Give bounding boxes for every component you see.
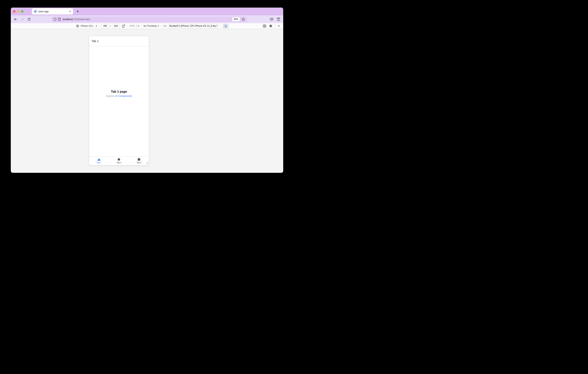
ui-components-link[interactable]: UI Components <box>115 95 132 97</box>
bookmark-star-icon[interactable] <box>242 18 245 21</box>
reload-button[interactable] <box>26 16 32 22</box>
toolbar-divider <box>141 23 142 29</box>
page-info-icon[interactable] <box>58 18 61 21</box>
square-icon <box>138 158 140 161</box>
back-button[interactable] <box>13 16 18 22</box>
close-window-button[interactable] <box>13 10 16 13</box>
rotate-viewport-button[interactable] <box>122 24 125 28</box>
url-host: localhost <box>63 18 73 21</box>
touch-hand-icon <box>224 24 227 28</box>
browser-window: Ionic App × + localh <box>11 8 283 173</box>
tab-bar-item-tab1[interactable]: Tab 1 <box>89 157 109 165</box>
app-header-title: Tab 1 <box>92 39 99 43</box>
window-titlebar: Ionic App × + <box>11 8 283 15</box>
device-viewport: Tab 1 Tab 1 page Explore UI Components T… <box>89 36 149 165</box>
user-agent-label: UA: <box>163 25 167 27</box>
maximize-window-button[interactable] <box>21 10 23 13</box>
camera-icon <box>263 24 266 28</box>
circle-icon <box>118 158 120 161</box>
triangle-icon <box>98 158 101 161</box>
hamburger-menu-icon <box>277 18 280 21</box>
navigation-toolbar: localhost:4200/tabs/tab1 80% <box>11 15 283 23</box>
device-type-icon <box>76 25 79 27</box>
minimize-window-button[interactable] <box>17 10 20 13</box>
forward-arrow-icon <box>21 17 24 21</box>
viewport-height-input[interactable] <box>112 24 120 28</box>
responsive-design-toolbar: iPhone 12/1... × DPR: 3 No Throttling UA… <box>11 23 283 29</box>
pocket-icon <box>270 18 273 21</box>
navbar-right-cluster <box>269 16 281 22</box>
zoom-level-badge[interactable]: 80% <box>232 17 240 21</box>
dpr-selector[interactable]: DPR: 3 <box>130 25 137 27</box>
throttling-stepper-icon[interactable] <box>158 25 159 27</box>
tab-label: Tab 2 <box>116 161 121 164</box>
gear-icon <box>269 24 273 28</box>
toolbar-divider <box>220 23 221 29</box>
url-text: localhost:4200/tabs/tab1 <box>63 18 90 21</box>
dimension-separator: × <box>110 25 111 27</box>
app-content: Tab 1 page Explore UI Components <box>89 46 149 156</box>
desktop-background: Ionic App × + localh <box>0 0 294 187</box>
pocket-button[interactable] <box>269 16 274 22</box>
toolbar-divider <box>127 23 127 29</box>
forward-button[interactable] <box>20 16 25 22</box>
explore-container: Tab 1 page Explore UI Components <box>89 90 149 97</box>
device-selector-stepper-icon[interactable] <box>96 25 97 27</box>
device-selector[interactable]: iPhone 12/1... <box>81 25 95 27</box>
browser-tab[interactable]: Ionic App × <box>32 8 73 15</box>
page-title: Tab 1 page <box>89 90 149 93</box>
tab-title: Ionic App <box>38 10 69 13</box>
dpr-stepper-icon[interactable] <box>138 25 139 27</box>
rotate-device-icon <box>122 24 125 28</box>
viewport-width-input[interactable] <box>101 24 109 28</box>
explore-text: Explore UI Components <box>89 95 149 97</box>
reload-icon <box>27 18 31 21</box>
tab-close-icon[interactable]: × <box>69 10 71 13</box>
url-bar[interactable]: localhost:4200/tabs/tab1 80% <box>52 16 247 22</box>
new-tab-button[interactable]: + <box>74 8 81 15</box>
toolbar-divider <box>99 23 99 29</box>
shield-icon[interactable] <box>53 18 57 21</box>
rdm-content-area: Tab 1 Tab 1 page Explore UI Components T… <box>11 29 283 173</box>
rdm-settings-button[interactable] <box>268 24 274 28</box>
resize-grip-icon <box>146 161 148 164</box>
rdm-close-button[interactable]: × <box>276 24 281 28</box>
rdm-right-cluster: × <box>262 24 281 28</box>
tab-label: Tab 1 <box>97 161 102 164</box>
app-tab-bar: Tab 1 Tab 2 Tab 3 <box>89 156 149 165</box>
user-agent-input[interactable] <box>168 24 218 28</box>
url-path: :4200/tabs/tab1 <box>73 18 90 21</box>
traffic-lights <box>13 10 23 13</box>
viewport-resize-handle[interactable] <box>146 161 148 165</box>
ionic-favicon-icon <box>34 10 37 13</box>
tab-label: Tab 3 <box>136 161 141 164</box>
screenshot-button[interactable] <box>262 24 268 28</box>
throttling-selector[interactable]: No Throttling <box>144 25 157 27</box>
tab-bar-item-tab2[interactable]: Tab 2 <box>109 157 129 165</box>
app-header: Tab 1 <box>89 36 149 46</box>
back-arrow-icon <box>14 17 17 21</box>
touch-simulation-button[interactable] <box>223 24 229 28</box>
menu-button[interactable] <box>276 16 281 22</box>
